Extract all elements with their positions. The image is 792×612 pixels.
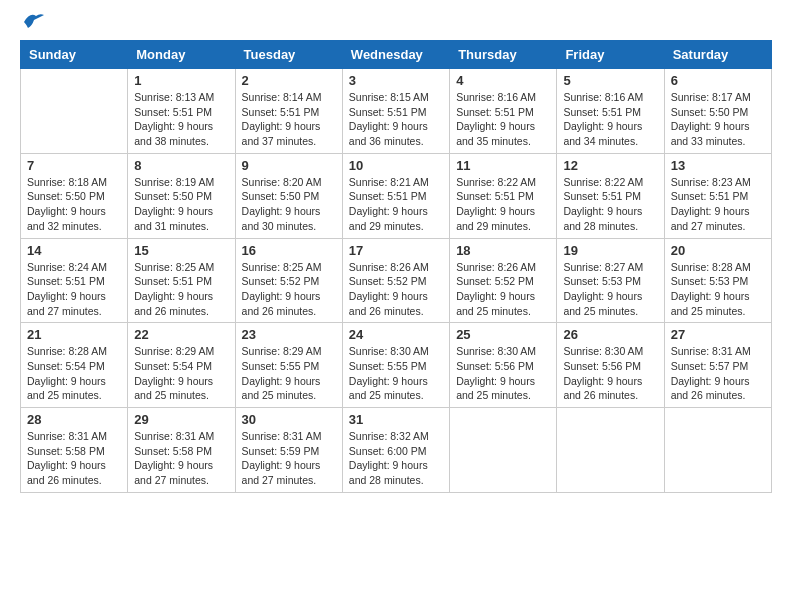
- day-number: 20: [671, 243, 765, 258]
- calendar-cell: 28Sunrise: 8:31 AM Sunset: 5:58 PM Dayli…: [21, 408, 128, 493]
- day-info: Sunrise: 8:29 AM Sunset: 5:55 PM Dayligh…: [242, 344, 336, 403]
- calendar: SundayMondayTuesdayWednesdayThursdayFrid…: [20, 40, 772, 493]
- calendar-cell: 19Sunrise: 8:27 AM Sunset: 5:53 PM Dayli…: [557, 238, 664, 323]
- calendar-week-1: 1Sunrise: 8:13 AM Sunset: 5:51 PM Daylig…: [21, 69, 772, 154]
- day-info: Sunrise: 8:24 AM Sunset: 5:51 PM Dayligh…: [27, 260, 121, 319]
- day-info: Sunrise: 8:27 AM Sunset: 5:53 PM Dayligh…: [563, 260, 657, 319]
- calendar-cell: 29Sunrise: 8:31 AM Sunset: 5:58 PM Dayli…: [128, 408, 235, 493]
- calendar-cell: [664, 408, 771, 493]
- day-number: 16: [242, 243, 336, 258]
- calendar-cell: 22Sunrise: 8:29 AM Sunset: 5:54 PM Dayli…: [128, 323, 235, 408]
- day-number: 27: [671, 327, 765, 342]
- day-number: 17: [349, 243, 443, 258]
- day-info: Sunrise: 8:25 AM Sunset: 5:52 PM Dayligh…: [242, 260, 336, 319]
- calendar-cell: 23Sunrise: 8:29 AM Sunset: 5:55 PM Dayli…: [235, 323, 342, 408]
- day-header-thursday: Thursday: [450, 41, 557, 69]
- day-number: 18: [456, 243, 550, 258]
- day-info: Sunrise: 8:14 AM Sunset: 5:51 PM Dayligh…: [242, 90, 336, 149]
- day-header-tuesday: Tuesday: [235, 41, 342, 69]
- day-info: Sunrise: 8:18 AM Sunset: 5:50 PM Dayligh…: [27, 175, 121, 234]
- day-number: 26: [563, 327, 657, 342]
- calendar-cell: [557, 408, 664, 493]
- day-header-monday: Monday: [128, 41, 235, 69]
- calendar-cell: 27Sunrise: 8:31 AM Sunset: 5:57 PM Dayli…: [664, 323, 771, 408]
- day-number: 9: [242, 158, 336, 173]
- calendar-cell: [21, 69, 128, 154]
- day-number: 4: [456, 73, 550, 88]
- day-number: 24: [349, 327, 443, 342]
- day-info: Sunrise: 8:28 AM Sunset: 5:54 PM Dayligh…: [27, 344, 121, 403]
- calendar-cell: 26Sunrise: 8:30 AM Sunset: 5:56 PM Dayli…: [557, 323, 664, 408]
- calendar-week-2: 7Sunrise: 8:18 AM Sunset: 5:50 PM Daylig…: [21, 153, 772, 238]
- calendar-cell: 16Sunrise: 8:25 AM Sunset: 5:52 PM Dayli…: [235, 238, 342, 323]
- day-info: Sunrise: 8:30 AM Sunset: 5:55 PM Dayligh…: [349, 344, 443, 403]
- calendar-cell: 20Sunrise: 8:28 AM Sunset: 5:53 PM Dayli…: [664, 238, 771, 323]
- day-number: 12: [563, 158, 657, 173]
- calendar-cell: 31Sunrise: 8:32 AM Sunset: 6:00 PM Dayli…: [342, 408, 449, 493]
- calendar-cell: 17Sunrise: 8:26 AM Sunset: 5:52 PM Dayli…: [342, 238, 449, 323]
- day-info: Sunrise: 8:26 AM Sunset: 5:52 PM Dayligh…: [349, 260, 443, 319]
- calendar-cell: 12Sunrise: 8:22 AM Sunset: 5:51 PM Dayli…: [557, 153, 664, 238]
- day-header-friday: Friday: [557, 41, 664, 69]
- day-info: Sunrise: 8:19 AM Sunset: 5:50 PM Dayligh…: [134, 175, 228, 234]
- calendar-week-3: 14Sunrise: 8:24 AM Sunset: 5:51 PM Dayli…: [21, 238, 772, 323]
- day-number: 8: [134, 158, 228, 173]
- calendar-header-row: SundayMondayTuesdayWednesdayThursdayFrid…: [21, 41, 772, 69]
- calendar-cell: 18Sunrise: 8:26 AM Sunset: 5:52 PM Dayli…: [450, 238, 557, 323]
- day-header-sunday: Sunday: [21, 41, 128, 69]
- day-info: Sunrise: 8:31 AM Sunset: 5:57 PM Dayligh…: [671, 344, 765, 403]
- day-info: Sunrise: 8:32 AM Sunset: 6:00 PM Dayligh…: [349, 429, 443, 488]
- day-info: Sunrise: 8:17 AM Sunset: 5:50 PM Dayligh…: [671, 90, 765, 149]
- day-info: Sunrise: 8:26 AM Sunset: 5:52 PM Dayligh…: [456, 260, 550, 319]
- day-info: Sunrise: 8:15 AM Sunset: 5:51 PM Dayligh…: [349, 90, 443, 149]
- day-number: 5: [563, 73, 657, 88]
- calendar-cell: 13Sunrise: 8:23 AM Sunset: 5:51 PM Dayli…: [664, 153, 771, 238]
- day-number: 10: [349, 158, 443, 173]
- day-info: Sunrise: 8:31 AM Sunset: 5:58 PM Dayligh…: [134, 429, 228, 488]
- logo: [20, 20, 44, 30]
- calendar-cell: 5Sunrise: 8:16 AM Sunset: 5:51 PM Daylig…: [557, 69, 664, 154]
- calendar-cell: 1Sunrise: 8:13 AM Sunset: 5:51 PM Daylig…: [128, 69, 235, 154]
- day-number: 25: [456, 327, 550, 342]
- day-info: Sunrise: 8:30 AM Sunset: 5:56 PM Dayligh…: [456, 344, 550, 403]
- calendar-cell: 30Sunrise: 8:31 AM Sunset: 5:59 PM Dayli…: [235, 408, 342, 493]
- calendar-cell: 7Sunrise: 8:18 AM Sunset: 5:50 PM Daylig…: [21, 153, 128, 238]
- day-number: 14: [27, 243, 121, 258]
- day-number: 2: [242, 73, 336, 88]
- calendar-cell: 9Sunrise: 8:20 AM Sunset: 5:50 PM Daylig…: [235, 153, 342, 238]
- day-info: Sunrise: 8:16 AM Sunset: 5:51 PM Dayligh…: [456, 90, 550, 149]
- day-info: Sunrise: 8:21 AM Sunset: 5:51 PM Dayligh…: [349, 175, 443, 234]
- calendar-cell: [450, 408, 557, 493]
- calendar-cell: 3Sunrise: 8:15 AM Sunset: 5:51 PM Daylig…: [342, 69, 449, 154]
- calendar-cell: 4Sunrise: 8:16 AM Sunset: 5:51 PM Daylig…: [450, 69, 557, 154]
- day-number: 15: [134, 243, 228, 258]
- day-number: 13: [671, 158, 765, 173]
- day-info: Sunrise: 8:29 AM Sunset: 5:54 PM Dayligh…: [134, 344, 228, 403]
- day-number: 11: [456, 158, 550, 173]
- calendar-cell: 2Sunrise: 8:14 AM Sunset: 5:51 PM Daylig…: [235, 69, 342, 154]
- calendar-cell: 10Sunrise: 8:21 AM Sunset: 5:51 PM Dayli…: [342, 153, 449, 238]
- day-number: 1: [134, 73, 228, 88]
- day-info: Sunrise: 8:28 AM Sunset: 5:53 PM Dayligh…: [671, 260, 765, 319]
- calendar-week-5: 28Sunrise: 8:31 AM Sunset: 5:58 PM Dayli…: [21, 408, 772, 493]
- day-info: Sunrise: 8:22 AM Sunset: 5:51 PM Dayligh…: [456, 175, 550, 234]
- day-number: 22: [134, 327, 228, 342]
- header: [20, 20, 772, 30]
- day-info: Sunrise: 8:20 AM Sunset: 5:50 PM Dayligh…: [242, 175, 336, 234]
- day-number: 29: [134, 412, 228, 427]
- logo-bird-icon: [22, 12, 44, 30]
- day-info: Sunrise: 8:31 AM Sunset: 5:59 PM Dayligh…: [242, 429, 336, 488]
- day-number: 23: [242, 327, 336, 342]
- calendar-cell: 24Sunrise: 8:30 AM Sunset: 5:55 PM Dayli…: [342, 323, 449, 408]
- day-number: 31: [349, 412, 443, 427]
- day-info: Sunrise: 8:16 AM Sunset: 5:51 PM Dayligh…: [563, 90, 657, 149]
- day-number: 6: [671, 73, 765, 88]
- day-header-wednesday: Wednesday: [342, 41, 449, 69]
- calendar-cell: 25Sunrise: 8:30 AM Sunset: 5:56 PM Dayli…: [450, 323, 557, 408]
- day-info: Sunrise: 8:30 AM Sunset: 5:56 PM Dayligh…: [563, 344, 657, 403]
- calendar-cell: 15Sunrise: 8:25 AM Sunset: 5:51 PM Dayli…: [128, 238, 235, 323]
- day-info: Sunrise: 8:31 AM Sunset: 5:58 PM Dayligh…: [27, 429, 121, 488]
- day-number: 3: [349, 73, 443, 88]
- calendar-cell: 14Sunrise: 8:24 AM Sunset: 5:51 PM Dayli…: [21, 238, 128, 323]
- day-info: Sunrise: 8:13 AM Sunset: 5:51 PM Dayligh…: [134, 90, 228, 149]
